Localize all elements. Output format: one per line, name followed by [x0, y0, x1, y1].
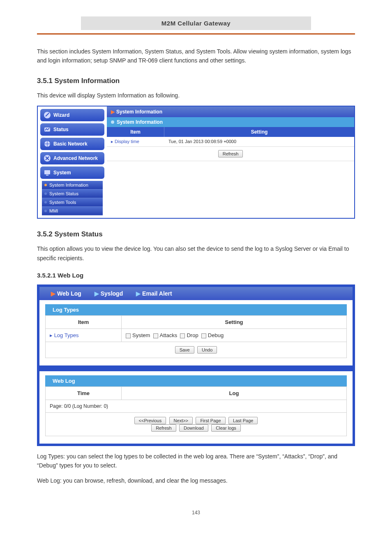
tools-icon [44, 155, 51, 162]
monitor-icon [44, 169, 51, 176]
svg-rect-5 [46, 175, 48, 176]
nav-sub-mmi[interactable]: MMI [42, 207, 103, 215]
web-log-note: Web Log: you can browse, refresh, downlo… [37, 476, 355, 485]
intro-paragraph: This section includes System Information… [37, 47, 355, 65]
log-pagination-buttons: <<Previous Next>> First Page Last Page R… [45, 413, 347, 436]
checkbox-drop[interactable] [180, 333, 185, 338]
wizard-icon [44, 111, 51, 119]
button-row: Refresh [107, 147, 354, 161]
nav-wizard[interactable]: Wizard [40, 109, 104, 121]
nav-system[interactable]: System [40, 166, 104, 179]
section-body-status: This option allows you to view the devic… [37, 244, 355, 263]
column-item: Item [107, 127, 164, 137]
undo-button[interactable]: Undo [197, 346, 217, 354]
checkbox-debug[interactable] [201, 333, 206, 338]
table-header-row: Item Setting [45, 315, 347, 329]
download-button[interactable]: Download [179, 424, 208, 432]
nav-basic-network[interactable]: Basic Network [40, 138, 104, 150]
page-info-row: Page: 0/0 (Log Number: 0) [45, 400, 347, 413]
refresh-button[interactable]: Refresh [218, 150, 243, 157]
opt-attacks-label: Attacks [160, 332, 178, 338]
admin-main: ▶System Information System Information I… [107, 106, 354, 218]
subsection-title-web-log: 3.5.2.1 Web Log [37, 272, 355, 279]
page-number: 143 [37, 510, 355, 516]
section-title-system-status: 3.5.2 System Status [37, 230, 355, 238]
table-header-row: Item Setting [107, 127, 354, 137]
panel-dot-icon [111, 120, 114, 124]
checkbox-attacks[interactable] [153, 333, 158, 338]
arrow-icon: ▶ [95, 290, 99, 297]
svg-rect-4 [44, 170, 50, 174]
nav-sub-system-status[interactable]: System Status [42, 190, 103, 198]
crumb-bar: ▶System Information [107, 106, 354, 117]
previous-button[interactable]: <<Previous [134, 417, 166, 424]
nav-basic-label: Basic Network [53, 141, 88, 147]
log-types-note: Log Types: you can select the log types … [37, 452, 355, 470]
section-body: This device will display System Informat… [37, 91, 355, 100]
nav-system-label: System [53, 170, 71, 176]
arrow-icon: ▶ [111, 109, 115, 115]
column-setting: Setting [164, 127, 354, 137]
nav-advanced-network[interactable]: Advanced Network [40, 152, 104, 164]
tab-bar: ▶Web Log ▶Syslogd ▶Email Alert [39, 287, 353, 300]
nav-status-label: Status [53, 127, 69, 132]
save-button[interactable]: Save [175, 346, 194, 354]
gap-separator [39, 365, 353, 371]
nav-status[interactable]: Status [40, 123, 104, 136]
tab-web-log[interactable]: ▶Web Log [51, 290, 81, 297]
opt-system-label: System [132, 332, 150, 338]
panel-header-log-types: Log Types [45, 304, 347, 315]
nav-wizard-label: Wizard [53, 112, 69, 118]
opt-drop-label: Drop [187, 332, 198, 338]
table-row-display-time: Display time Tue, 01 Jan 2013 00:08:59 +… [107, 137, 354, 147]
panel-header-web-log: Web Log [45, 375, 347, 386]
clear-logs-button[interactable]: Clear logs [211, 424, 241, 432]
nav-sub-system-tools[interactable]: System Tools [42, 198, 103, 207]
table-header-row-web-log: Time Log [45, 386, 347, 400]
nav-sub-system-information[interactable]: System Information [42, 181, 103, 190]
opt-debug-label: Debug [208, 332, 224, 338]
last-page-button[interactable]: Last Page [228, 417, 258, 424]
screenshot-web-log: ▶Web Log ▶Syslogd ▶Email Alert Log Types… [37, 284, 355, 446]
checkbox-system[interactable] [126, 333, 131, 338]
row-item-label: Log Types [45, 329, 122, 342]
row-log-types: Log Types System Attacks Drop Debug [45, 329, 347, 342]
column-log: Log [122, 386, 347, 400]
row-item-label: Display time [107, 137, 164, 146]
panel-header: System Information [107, 117, 354, 127]
arrow-icon: ▶ [136, 290, 141, 297]
status-icon [44, 126, 51, 133]
tab-email-alert[interactable]: ▶Email Alert [136, 290, 172, 297]
column-time: Time [45, 386, 122, 400]
row-setting-value: Tue, 01 Jan 2013 00:08:59 +0000 [164, 137, 354, 146]
button-row-save-undo: Save Undo [45, 342, 347, 358]
next-button[interactable]: Next>> [169, 417, 193, 424]
manual-title: M2M Cellular Gateway [81, 16, 311, 30]
tab-syslogd[interactable]: ▶Syslogd [95, 290, 123, 297]
header-divider [37, 33, 355, 35]
nav-advanced-label: Advanced Network [53, 155, 98, 161]
screenshot-system-information: Wizard Status Basic Network Advanced Net… [37, 106, 355, 219]
column-item: Item [45, 315, 122, 329]
refresh-log-button[interactable]: Refresh [151, 424, 176, 432]
globe-icon [44, 140, 51, 148]
row-log-type-options: System Attacks Drop Debug [122, 329, 347, 342]
column-setting: Setting [122, 315, 347, 329]
sidebar: Wizard Status Basic Network Advanced Net… [38, 106, 107, 218]
arrow-icon: ▶ [51, 290, 55, 297]
first-page-button[interactable]: First Page [196, 417, 225, 424]
section-title-system-information: 3.5.1 System Information [37, 77, 355, 85]
nav-system-submenu: System Information System Status System … [42, 181, 103, 215]
